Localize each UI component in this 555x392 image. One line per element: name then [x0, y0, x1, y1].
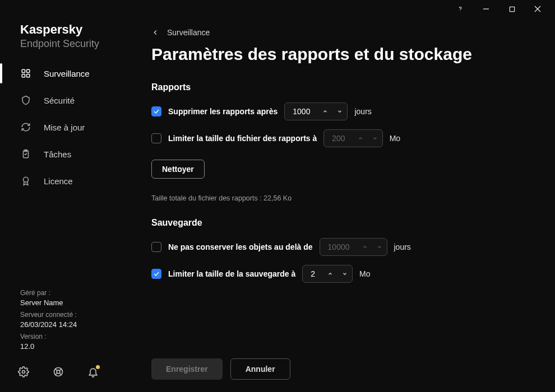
clean-button[interactable]: Nettoyer — [151, 160, 205, 179]
spinner-up-button[interactable] — [358, 238, 372, 256]
titlebar — [0, 0, 555, 18]
sidebar-nav: Surveillance Sécurité Mise à jour — [0, 60, 140, 194]
dashboard-icon — [20, 68, 31, 79]
breadcrumb[interactable]: Surveillance — [151, 25, 533, 45]
svg-line-18 — [55, 374, 57, 375]
breadcrumb-label: Surveillance — [167, 28, 210, 37]
svg-rect-9 — [27, 74, 30, 77]
svg-rect-8 — [22, 74, 25, 77]
checkbox-limit-report-file[interactable] — [151, 133, 161, 143]
version-label: Version : — [20, 332, 120, 342]
unit-mo: Mo — [390, 134, 400, 143]
spinner-delete-reports-days: 1000 — [284, 102, 348, 120]
managed-by-value: Server Name — [20, 298, 120, 308]
brand-subtitle: Endpoint Security — [20, 38, 120, 50]
svg-point-15 — [57, 370, 60, 374]
checkbox-delete-reports[interactable] — [151, 106, 161, 116]
close-button[interactable] — [525, 0, 551, 18]
cancel-button[interactable]: Annuler — [230, 358, 290, 380]
version-value: 12.0 — [20, 342, 120, 352]
label-keep-objects: Ne pas conserver les objets au delà de — [168, 242, 313, 251]
spinner-limit-backup-size: 2 — [302, 265, 353, 283]
label-delete-reports: Supprimer les rapports après — [168, 107, 278, 116]
sidebar-item-update[interactable]: Mise à jour — [0, 114, 140, 141]
svg-point-13 — [22, 371, 25, 374]
spinner-value[interactable]: 1000 — [285, 107, 318, 116]
sidebar: Kaspersky Endpoint Security Surveillance… — [0, 18, 140, 392]
settings-icon[interactable] — [18, 366, 29, 380]
row-delete-reports-after: Supprimer les rapports après 1000 jours — [151, 102, 533, 120]
shield-icon — [20, 95, 31, 106]
sidebar-item-label: Surveillance — [44, 69, 90, 78]
svg-line-17 — [60, 368, 62, 370]
svg-line-16 — [55, 368, 57, 370]
maximize-button[interactable] — [499, 0, 525, 18]
checkbox-limit-backup-size[interactable] — [151, 269, 161, 279]
row-keep-objects: Ne pas conserver les objets au delà de 1… — [151, 238, 533, 256]
checkbox-keep-objects[interactable] — [151, 242, 161, 252]
spinner-down-button[interactable] — [372, 238, 387, 256]
sidebar-item-surveillance[interactable]: Surveillance — [0, 60, 140, 87]
help-button[interactable] — [447, 0, 473, 18]
spinner-value[interactable]: 2 — [303, 269, 323, 278]
spinner-down-button[interactable] — [337, 265, 352, 283]
reports-size-hint: Taille totale du fichier des rapports : … — [151, 194, 533, 202]
row-limit-backup-size: Limiter la taille de la sauvegarde à 2 M… — [151, 265, 533, 283]
sidebar-actions — [0, 354, 140, 392]
sidebar-item-tasks[interactable]: Tâches — [0, 141, 140, 167]
minimize-button[interactable] — [473, 0, 499, 18]
sidebar-item-label: Mise à jour — [44, 123, 85, 132]
sidebar-item-label: Licence — [44, 176, 73, 186]
spinner-down-button[interactable] — [332, 102, 347, 120]
managed-by-label: Géré par : — [20, 288, 120, 298]
unit-days: jours — [394, 242, 411, 251]
sidebar-item-security[interactable]: Sécurité — [0, 87, 140, 114]
svg-point-1 — [460, 11, 461, 11]
unit-days: jours — [354, 107, 371, 116]
sidebar-info: Géré par : Server Name Serveur connecté … — [0, 288, 140, 354]
section-title-reports: Rapports — [151, 82, 533, 92]
connected-label: Serveur connecté : — [20, 310, 120, 320]
row-limit-report-file: Limiter la taille du fichier des rapport… — [151, 129, 533, 147]
svg-line-19 — [60, 374, 62, 375]
svg-point-12 — [24, 177, 29, 182]
support-icon[interactable] — [53, 366, 64, 380]
spinner-keep-objects-days: 10000 — [320, 238, 387, 256]
row-clean: Nettoyer — [151, 160, 533, 179]
app-window: Kaspersky Endpoint Security Surveillance… — [0, 0, 555, 392]
save-button[interactable]: Enregistrer — [151, 358, 223, 380]
brand-title: Kaspersky — [20, 22, 120, 37]
brand: Kaspersky Endpoint Security — [0, 22, 140, 60]
unit-mo: Mo — [359, 269, 370, 278]
svg-rect-7 — [27, 69, 30, 72]
page-title: Paramètres des rapports et du stockage — [151, 45, 488, 64]
spinner-value[interactable]: 200 — [324, 134, 353, 143]
main-content: Surveillance Paramètres des rapports et … — [140, 18, 555, 392]
svg-rect-3 — [510, 7, 514, 11]
spinner-up-button[interactable] — [323, 265, 337, 283]
clipboard-icon — [20, 148, 31, 160]
footer-bar: Enregistrer Annuler — [151, 348, 533, 392]
spinner-limit-report-file: 200 — [323, 129, 382, 147]
spinner-up-button[interactable] — [353, 129, 368, 147]
sidebar-item-license[interactable]: Licence — [0, 167, 140, 194]
svg-rect-6 — [22, 69, 25, 72]
connected-value: 26/03/2024 14:24 — [20, 320, 120, 330]
sidebar-item-label: Tâches — [44, 150, 71, 159]
chevron-left-icon — [151, 29, 159, 36]
spinner-down-button[interactable] — [368, 129, 382, 147]
spinner-value[interactable]: 10000 — [320, 242, 358, 251]
badge-icon — [20, 175, 31, 186]
notifications-icon[interactable] — [87, 366, 99, 380]
label-limit-report-file: Limiter la taille du fichier des rapport… — [168, 134, 317, 143]
sidebar-item-label: Sécurité — [44, 96, 75, 105]
label-limit-backup-size: Limiter la taille de la sauvegarde à — [168, 269, 295, 278]
refresh-icon — [20, 122, 31, 133]
section-title-backup: Sauvegarde — [151, 218, 533, 228]
spinner-up-button[interactable] — [318, 102, 332, 120]
